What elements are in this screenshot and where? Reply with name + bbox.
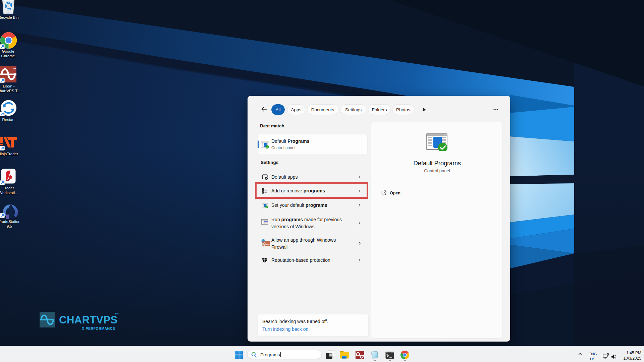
svg-text:TM: TM xyxy=(13,68,16,70)
